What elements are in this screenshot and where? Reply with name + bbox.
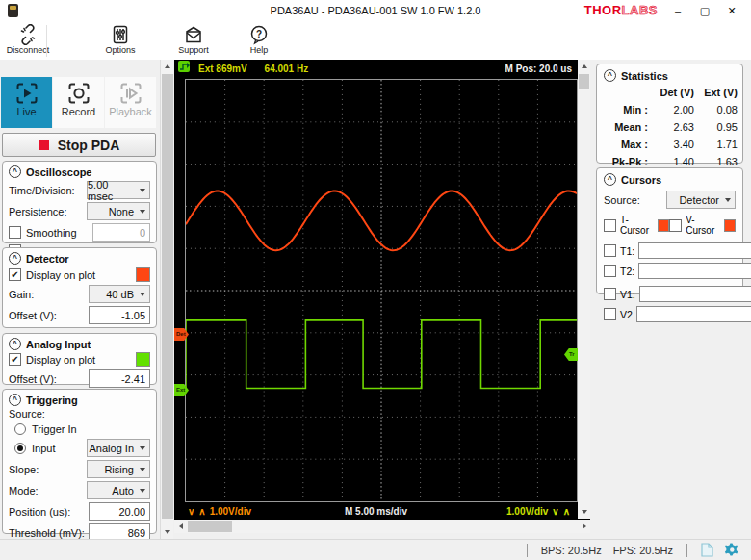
input-radio[interactable]	[14, 443, 26, 454]
smoothing-label: Smoothing	[26, 227, 77, 239]
t2-label: T2:	[620, 266, 634, 277]
ext-scale-readout: 1.00V/div	[506, 506, 548, 517]
detector-color-swatch[interactable]	[136, 267, 150, 282]
collapse-triggering-icon[interactable]: ^	[9, 394, 21, 406]
collapse-detector-icon[interactable]: ^	[9, 252, 21, 265]
analog-offset-input[interactable]	[89, 369, 150, 388]
toolbar: Disconnect Options Support ?	[0, 21, 751, 60]
v-cursor-checkbox[interactable]	[669, 219, 682, 232]
time-division-select[interactable]: 5.00 msec	[87, 181, 150, 199]
scroll-down-button[interactable]	[162, 525, 173, 539]
collapse-oscilloscope-icon[interactable]: ^	[9, 165, 21, 178]
slope-select[interactable]: Rising	[87, 460, 150, 478]
detector-offset-input[interactable]	[89, 306, 150, 324]
gear-icon	[725, 543, 739, 557]
collapse-analog-input-icon[interactable]: ^	[9, 338, 21, 350]
stat-max-det: 3.40	[648, 139, 694, 150]
stat-mean-ext: 0.95	[694, 121, 738, 133]
v-cursor-color-swatch[interactable]	[724, 219, 736, 232]
frequency-readout: 64.001 Hz	[265, 64, 309, 74]
scope-scale-bar: M 5.00 ms/div ∨ ∧ 1.00V/div 1.00V/div ∨ …	[174, 504, 578, 519]
scope-scroll-left-button[interactable]	[174, 520, 187, 533]
scope-scroll-down-button[interactable]	[578, 505, 590, 519]
detector-display-checkbox[interactable]: ✔	[9, 268, 21, 281]
t1-label: T1:	[620, 245, 634, 257]
maximize-button[interactable]: ▢	[691, 0, 718, 21]
status-separator	[686, 544, 687, 557]
t2-input[interactable]	[638, 263, 751, 279]
close-button[interactable]: ✕	[718, 0, 745, 21]
support-button[interactable]: Support	[168, 23, 220, 59]
scope-vscroll-thumb[interactable]	[579, 74, 589, 89]
detector-panel: ^ Detector ✔ Display on plot Gain: 40 dB…	[2, 247, 157, 328]
live-mode-button[interactable]: Live	[1, 77, 52, 128]
v1-checkbox[interactable]	[604, 288, 616, 300]
scope-hscroll-thumb[interactable]	[188, 521, 232, 532]
record-mode-button[interactable]: Record	[53, 77, 104, 128]
scope-horizontal-scrollbar[interactable]	[174, 520, 590, 533]
v-cursor-label: V-Cursor	[686, 215, 720, 236]
playback-mode-button[interactable]: Playback	[105, 77, 156, 128]
smoothing-input[interactable]	[92, 223, 150, 242]
stop-pda-button[interactable]: Stop PDA	[2, 133, 156, 157]
v2-input[interactable]	[636, 306, 751, 322]
log-file-button[interactable]	[701, 543, 713, 557]
options-label: Options	[94, 45, 146, 55]
t-cursor-checkbox[interactable]	[604, 219, 616, 232]
collapse-statistics-icon[interactable]: ^	[604, 69, 616, 82]
cursors-title: Cursors	[621, 174, 661, 186]
collapse-cursors-icon[interactable]: ^	[604, 173, 616, 186]
cursor-source-label: Source:	[604, 194, 640, 206]
trigger-in-label: Trigger In	[32, 423, 77, 435]
smoothing-checkbox[interactable]	[9, 226, 21, 239]
sidebar-scrollbar[interactable]	[160, 60, 173, 539]
options-button[interactable]: Options	[94, 23, 146, 59]
support-icon	[168, 24, 220, 45]
v1-input[interactable]	[639, 286, 751, 302]
stat-mean-det: 2.63	[648, 121, 694, 133]
scope-scroll-right-button[interactable]	[578, 520, 590, 533]
live-label: Live	[1, 106, 52, 117]
support-label: Support	[168, 45, 220, 55]
trigger-in-radio[interactable]	[14, 423, 26, 435]
minimize-button[interactable]: –	[664, 0, 691, 21]
persistence-select[interactable]: None	[87, 202, 150, 220]
scroll-up-button[interactable]	[162, 60, 173, 73]
analog-color-swatch[interactable]	[136, 352, 150, 367]
analog-display-checkbox[interactable]: ✔	[9, 353, 21, 366]
time-division-label: Time/Division:	[9, 185, 75, 196]
t2-checkbox[interactable]	[604, 265, 616, 277]
sidebar-scrollbar-thumb[interactable]	[162, 74, 173, 519]
slope-label: Slope:	[9, 464, 39, 475]
ext-scale-up-icon[interactable]: ∧	[563, 506, 570, 517]
chevron-down-icon	[725, 198, 731, 202]
fps-readout: FPS: 20.5Hz	[613, 545, 673, 556]
scope-vertical-scrollbar[interactable]	[578, 60, 590, 519]
logo-labs: LABS	[622, 3, 658, 17]
scope-plot	[185, 79, 578, 502]
stat-pkpk-ext: 1.63	[694, 156, 738, 167]
t1-checkbox[interactable]	[604, 244, 616, 257]
sidebar: Live Record Playback	[0, 60, 160, 539]
playback-icon	[105, 82, 156, 105]
record-label: Record	[53, 106, 104, 117]
oscilloscope-panel: ^ Oscilloscope Time/Division: 5.00 msec …	[2, 161, 157, 243]
ext-scale-down-icon[interactable]: ∨	[552, 506, 558, 517]
gain-select[interactable]: 40 dB	[89, 285, 150, 303]
title-bar: PDA36AU - PDA36AU-001 SW 1.0 FW 1.2.0 TH…	[0, 0, 751, 21]
mode-select[interactable]: Auto	[87, 481, 150, 499]
t-cursor-color-swatch[interactable]	[658, 219, 669, 232]
cursor-source-select[interactable]: Detector	[666, 191, 736, 209]
oscilloscope-title: Oscilloscope	[26, 166, 91, 178]
bps-readout: BPS: 20.5Hz	[541, 545, 602, 556]
help-label: Help	[233, 45, 285, 55]
input-source-select[interactable]: Analog In	[87, 439, 150, 457]
t1-input[interactable]	[638, 242, 751, 259]
scope-scroll-up-button[interactable]	[578, 60, 590, 73]
v2-checkbox[interactable]	[604, 308, 616, 320]
position-input[interactable]	[89, 502, 150, 521]
help-button[interactable]: ? Help	[233, 23, 285, 59]
analog-display-label: Display on plot	[26, 354, 95, 366]
toolbar-separator	[46, 25, 47, 57]
settings-gear-button[interactable]	[725, 543, 739, 557]
